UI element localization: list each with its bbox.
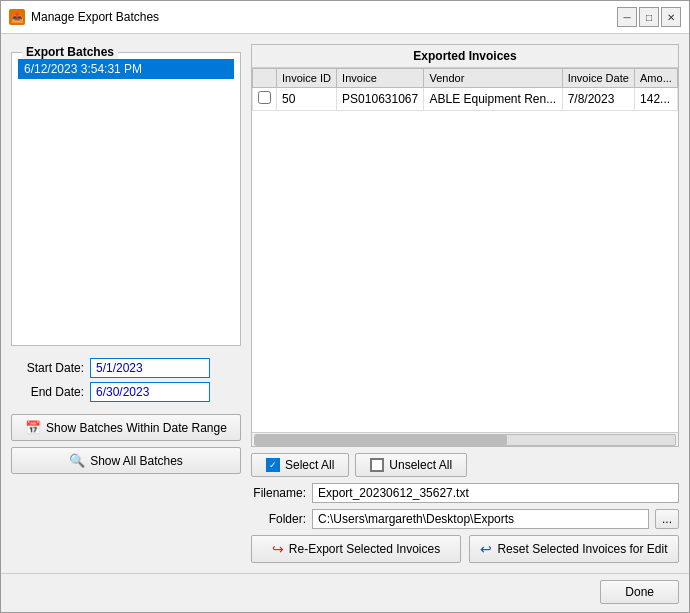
re-export-icon: ↪ [272, 541, 284, 557]
calendar-icon: 📅 [25, 420, 41, 435]
unselect-all-button[interactable]: Unselect All [355, 453, 467, 477]
window-title: Manage Export Batches [31, 10, 611, 24]
minimize-button[interactable]: ─ [617, 7, 637, 27]
main-window: 📤 Manage Export Batches ─ □ ✕ Export Bat… [0, 0, 690, 613]
footer: Done [1, 573, 689, 612]
uncheck-icon [370, 458, 384, 472]
check-icon: ✓ [266, 458, 280, 472]
export-batches-title: Export Batches [22, 45, 118, 59]
col-checkbox [253, 69, 277, 88]
close-button[interactable]: ✕ [661, 7, 681, 27]
horizontal-scrollbar[interactable] [252, 432, 678, 446]
show-all-batches-button[interactable]: 🔍 Show All Batches [11, 447, 241, 474]
table-header-row: Invoice ID Invoice Vendor Invoice Date A… [253, 69, 678, 88]
date-fields: Start Date: End Date: [11, 352, 241, 408]
col-invoice-date: Invoice Date [562, 69, 634, 88]
filename-label: Filename: [251, 486, 306, 500]
main-panels: Export Batches 6/12/2023 3:54:31 PM Star… [11, 44, 679, 563]
folder-label: Folder: [251, 512, 306, 526]
reset-label: Reset Selected Invoices for Edit [497, 542, 667, 556]
unselect-all-label: Unselect All [389, 458, 452, 472]
window-icon: 📤 [9, 9, 25, 25]
folder-row: Folder: ... [251, 509, 679, 529]
exported-invoices-title: Exported Invoices [252, 45, 678, 68]
scroll-thumb [255, 435, 507, 445]
row-checkbox[interactable] [253, 88, 277, 111]
browse-button[interactable]: ... [655, 509, 679, 529]
content-area: Export Batches 6/12/2023 3:54:31 PM Star… [1, 34, 689, 573]
filename-input[interactable] [312, 483, 679, 503]
start-date-label: Start Date: [19, 361, 84, 375]
title-bar: 📤 Manage Export Batches ─ □ ✕ [1, 1, 689, 34]
export-batches-group: Export Batches 6/12/2023 3:54:31 PM [11, 52, 241, 346]
invoices-table-container[interactable]: Invoice ID Invoice Vendor Invoice Date A… [252, 68, 678, 432]
show-all-batches-label: Show All Batches [90, 454, 183, 468]
reset-icon: ↩ [480, 541, 492, 557]
end-date-label: End Date: [19, 385, 84, 399]
batches-list[interactable]: 6/12/2023 3:54:31 PM [18, 59, 234, 339]
col-amount: Amo... [635, 69, 678, 88]
re-export-label: Re-Export Selected Invoices [289, 542, 440, 556]
select-buttons-row: ✓ Select All Unselect All [251, 453, 679, 477]
cell-vendor: ABLE Equipment Ren... [424, 88, 562, 111]
col-invoice-id: Invoice ID [277, 69, 337, 88]
batch-buttons: 📅 Show Batches Within Date Range [11, 414, 241, 441]
cell-amount: 142... [635, 88, 678, 111]
window-controls: ─ □ ✕ [617, 7, 681, 27]
select-all-label: Select All [285, 458, 334, 472]
start-date-row: Start Date: [19, 356, 233, 380]
scroll-track [254, 434, 676, 446]
invoices-table: Invoice ID Invoice Vendor Invoice Date A… [252, 68, 678, 111]
show-all-row: 🔍 Show All Batches [11, 447, 241, 474]
file-controls: Filename: Folder: ... [251, 483, 679, 529]
reset-button[interactable]: ↩ Reset Selected Invoices for Edit [469, 535, 679, 563]
maximize-button[interactable]: □ [639, 7, 659, 27]
table-row[interactable]: 50 PS010631067 ABLE Equipment Ren... 7/8… [253, 88, 678, 111]
invoice-checkbox[interactable] [258, 91, 271, 104]
cell-invoice: PS010631067 [337, 88, 424, 111]
show-batches-date-range-button[interactable]: 📅 Show Batches Within Date Range [11, 414, 241, 441]
left-panel: Export Batches 6/12/2023 3:54:31 PM Star… [11, 44, 241, 563]
cell-invoice-id: 50 [277, 88, 337, 111]
exported-invoices-group: Exported Invoices Invoice ID Invoice Ven… [251, 44, 679, 447]
end-date-input[interactable] [90, 382, 210, 402]
done-button[interactable]: Done [600, 580, 679, 604]
col-vendor: Vendor [424, 69, 562, 88]
filename-row: Filename: [251, 483, 679, 503]
select-all-button[interactable]: ✓ Select All [251, 453, 349, 477]
re-export-button[interactable]: ↪ Re-Export Selected Invoices [251, 535, 461, 563]
action-buttons-row: ↪ Re-Export Selected Invoices ↩ Reset Se… [251, 535, 679, 563]
end-date-row: End Date: [19, 380, 233, 404]
col-invoice: Invoice [337, 69, 424, 88]
right-panel: Exported Invoices Invoice ID Invoice Ven… [251, 44, 679, 563]
search-icon: 🔍 [69, 453, 85, 468]
show-batches-date-range-label: Show Batches Within Date Range [46, 421, 227, 435]
cell-invoice-date: 7/8/2023 [562, 88, 634, 111]
folder-input[interactable] [312, 509, 649, 529]
start-date-input[interactable] [90, 358, 210, 378]
list-item[interactable]: 6/12/2023 3:54:31 PM [18, 59, 234, 79]
